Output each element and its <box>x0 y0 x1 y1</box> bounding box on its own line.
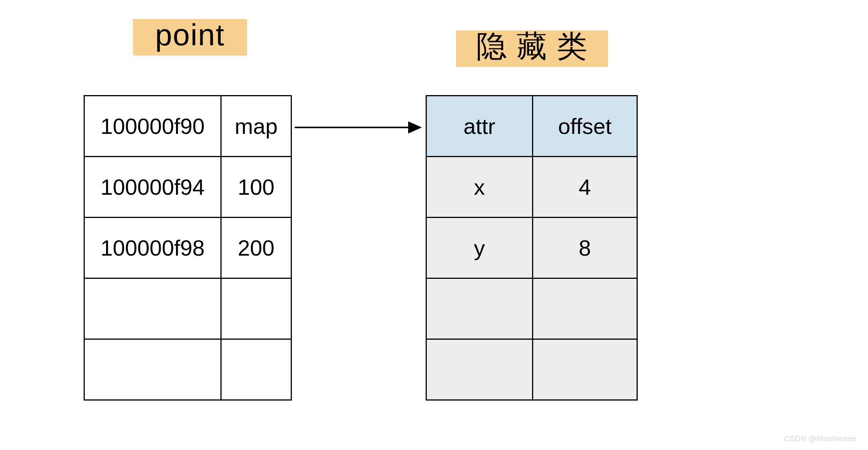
table-row <box>426 278 637 339</box>
hidden-class-offset-cell <box>533 339 637 400</box>
watermark-text: CSDN @Nicoleeeee <box>784 434 857 443</box>
hidden-class-header-offset: offset <box>533 96 637 157</box>
hidden-class-header-attr: attr <box>426 96 533 157</box>
point-title: point <box>133 15 247 58</box>
table-row: 100000f90 map <box>84 96 291 157</box>
point-address-cell: 100000f94 <box>84 157 221 218</box>
point-title-text: point <box>133 15 247 58</box>
point-value-cell: 200 <box>221 218 291 278</box>
diagram-stage: point 隐 藏 类 100000f90 map 100000f94 100 … <box>0 0 868 450</box>
hidden-class-table: attr offset x 4 y 8 <box>426 95 638 401</box>
table-row: x 4 <box>426 157 637 218</box>
hidden-class-attr-cell: y <box>426 218 533 278</box>
hidden-class-offset-cell: 4 <box>533 157 637 218</box>
map-to-hidden-class-arrow <box>295 120 422 135</box>
hidden-class-offset-cell <box>533 278 637 339</box>
point-address-cell: 100000f98 <box>84 218 221 278</box>
hidden-class-title: 隐 藏 类 <box>456 27 608 69</box>
hidden-class-attr-cell: x <box>426 157 533 218</box>
arrow-head-icon <box>408 121 422 134</box>
point-address-cell <box>84 339 221 400</box>
table-row <box>426 339 637 400</box>
hidden-class-attr-cell <box>426 339 533 400</box>
point-table: 100000f90 map 100000f94 100 100000f98 20… <box>84 95 292 401</box>
hidden-class-offset-cell: 8 <box>533 218 637 278</box>
point-address-cell: 100000f90 <box>84 96 221 157</box>
arrow-line-icon <box>295 127 409 128</box>
table-row: 100000f98 200 <box>84 218 291 278</box>
point-value-cell: map <box>221 96 291 157</box>
point-value-cell: 100 <box>221 157 291 218</box>
table-row: y 8 <box>426 218 637 278</box>
point-value-cell <box>221 278 291 339</box>
table-row <box>84 339 291 400</box>
hidden-class-attr-cell <box>426 278 533 339</box>
hidden-class-title-text: 隐 藏 类 <box>456 27 608 69</box>
hidden-class-header-row: attr offset <box>426 96 637 157</box>
point-value-cell <box>221 339 291 400</box>
point-address-cell <box>84 278 221 339</box>
table-row <box>84 278 291 339</box>
table-row: 100000f94 100 <box>84 157 291 218</box>
